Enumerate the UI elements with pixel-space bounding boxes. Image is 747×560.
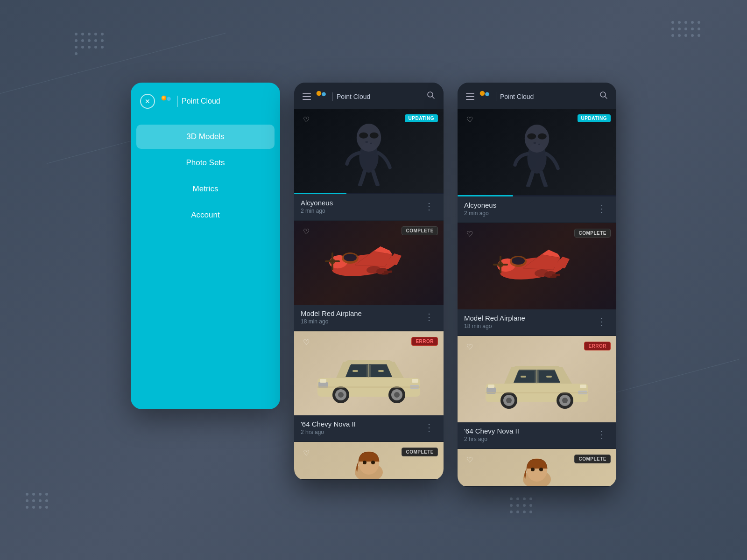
svg-rect-76 xyxy=(546,376,552,378)
heart-button-car-right[interactable]: ♡ xyxy=(463,341,476,354)
card-footer-car-center: '64 Chevy Nova II 2 hrs ago ⋮ xyxy=(294,415,444,441)
heart-button-alien-right[interactable]: ♡ xyxy=(463,113,476,126)
card-time-airplane-center: 18 min ago xyxy=(301,318,422,325)
svg-point-82 xyxy=(539,468,543,471)
bg-dots-bottom-left xyxy=(26,493,48,509)
progress-bar-alien-center xyxy=(294,193,444,194)
header-title-right: Point Cloud xyxy=(500,93,534,100)
alien-figure-center xyxy=(341,116,397,186)
svg-rect-32 xyxy=(320,379,326,383)
card-title-alien-right: Alcyoneus xyxy=(464,201,594,209)
card-image-character-right: ♡ COMPLETE xyxy=(458,449,616,486)
status-badge-alien-center: UPDATING xyxy=(405,114,438,122)
svg-point-1 xyxy=(162,95,167,100)
search-icon-center[interactable] xyxy=(427,91,435,102)
hamburger-icon-right[interactable] xyxy=(466,93,474,100)
svg-point-27 xyxy=(338,392,344,398)
svg-point-12 xyxy=(370,142,372,144)
car-figure-center xyxy=(308,341,430,406)
menu-close-button[interactable]: ✕ xyxy=(140,94,155,109)
menu-logo: Point Cloud xyxy=(161,95,220,108)
card-more-alien-right[interactable]: ⋮ xyxy=(594,201,610,216)
menu-item-account[interactable]: Account xyxy=(136,203,275,227)
status-badge-character-right: COMPLETE xyxy=(574,455,611,463)
status-badge-airplane-center: COMPLETE xyxy=(402,226,438,235)
card-footer-airplane-center: Model Red Airplane 18 min ago ⋮ xyxy=(294,305,444,330)
card-footer-alien-center: Alcyoneus 2 min ago ⋮ xyxy=(294,194,444,220)
svg-rect-73 xyxy=(580,385,586,388)
menu-item-photo-sets[interactable]: Photo Sets xyxy=(136,151,275,175)
card-more-alien-center[interactable]: ⋮ xyxy=(422,199,437,214)
card-image-alien-center: ♡ UPDATING xyxy=(294,109,444,193)
card-title-alien-center: Alcyoneus xyxy=(301,199,422,207)
menu-app-name: Point Cloud xyxy=(182,97,220,105)
search-icon-right[interactable] xyxy=(599,91,608,102)
progress-fill-alien-center xyxy=(294,193,346,194)
status-badge-car-center: ERROR xyxy=(411,337,438,346)
hamburger-icon-center[interactable] xyxy=(303,93,311,100)
svg-point-50 xyxy=(538,133,547,140)
airplane-figure-right xyxy=(472,233,602,299)
svg-point-48 xyxy=(525,125,550,153)
svg-point-30 xyxy=(394,392,400,398)
svg-point-11 xyxy=(366,141,368,143)
svg-point-49 xyxy=(527,133,536,140)
header-divider-right xyxy=(496,92,496,101)
heart-button-character-right[interactable]: ♡ xyxy=(463,454,476,467)
heart-button-car-center[interactable]: ♡ xyxy=(300,336,313,349)
menu-item-3d-models[interactable]: 3D Models xyxy=(136,125,275,149)
svg-point-4 xyxy=(322,92,326,96)
status-badge-character-center: COMPLETE xyxy=(402,448,438,456)
card-alien-right: ♡ UPDATING Alcyoneus 2 min ago ⋮ xyxy=(458,109,616,222)
card-time-alien-right: 2 min ago xyxy=(464,210,594,217)
card-more-airplane-right[interactable]: ⋮ xyxy=(594,314,610,329)
phone-header-right: Point Cloud xyxy=(458,83,616,109)
phone-screen-center: Point Cloud xyxy=(294,83,444,480)
card-info-alien-right: Alcyoneus 2 min ago xyxy=(464,201,594,217)
card-footer-airplane-right: Model Red Airplane 18 min ago ⋮ xyxy=(458,309,616,335)
svg-rect-72 xyxy=(488,385,494,388)
logo-icon-center xyxy=(316,90,329,103)
card-image-car-right: ♡ ERROR xyxy=(458,336,616,422)
card-footer-alien-right: Alcyoneus 2 min ago ⋮ xyxy=(458,196,616,222)
header-logo-center: Point Cloud xyxy=(316,90,370,103)
phone-scroll-center: ♡ UPDATING Alcyoneus 2 min ago ⋮ xyxy=(294,109,444,480)
card-image-car-center: ♡ ERROR xyxy=(294,331,444,415)
menu-item-metrics[interactable]: Metrics xyxy=(136,177,275,201)
header-divider-center xyxy=(332,92,333,101)
card-image-alien-right: ♡ UPDATING xyxy=(458,109,616,195)
heart-button-airplane-center[interactable]: ♡ xyxy=(300,225,313,238)
card-character-right: ♡ COMPLETE xyxy=(458,449,616,486)
card-airplane-right: ♡ COMPLETE Model Red Airplane 18 min ago… xyxy=(458,223,616,335)
svg-point-67 xyxy=(506,398,512,403)
progress-fill-alien-right xyxy=(458,195,513,196)
card-info-airplane-right: Model Red Airplane 18 min ago xyxy=(464,314,594,329)
card-more-car-right[interactable]: ⋮ xyxy=(594,427,610,442)
card-image-airplane-center: ♡ COMPLETE xyxy=(294,221,444,305)
card-more-airplane-center[interactable]: ⋮ xyxy=(422,309,437,324)
card-car-center: ♡ ERROR '64 Chevy Nova II 2 hrs ago ⋮ xyxy=(294,331,444,441)
card-time-airplane-right: 18 min ago xyxy=(464,323,594,329)
header-left-right: Point Cloud xyxy=(466,90,534,103)
heart-button-airplane-right[interactable]: ♡ xyxy=(463,228,476,241)
svg-point-42 xyxy=(371,461,375,464)
header-left-center: Point Cloud xyxy=(303,90,370,103)
heart-button-alien-center[interactable]: ♡ xyxy=(300,113,313,126)
card-info-airplane-center: Model Red Airplane 18 min ago xyxy=(301,309,422,325)
screens-container: ✕ Point Cloud xyxy=(131,73,616,487)
close-icon: ✕ xyxy=(145,98,150,105)
heart-button-character-center[interactable]: ♡ xyxy=(300,447,313,460)
phone-scroll-right: ♡ UPDATING Alcyoneus 2 min ago ⋮ xyxy=(458,109,616,487)
svg-rect-78 xyxy=(486,392,588,393)
card-title-airplane-right: Model Red Airplane xyxy=(464,314,594,322)
menu-header: ✕ Point Cloud xyxy=(131,83,280,118)
card-title-car-right: '64 Chevy Nova II xyxy=(464,427,594,435)
svg-point-8 xyxy=(357,123,381,151)
card-more-car-center[interactable]: ⋮ xyxy=(422,420,437,435)
svg-point-9 xyxy=(359,132,368,138)
character-figure-right xyxy=(514,449,560,486)
bg-dots-top-left xyxy=(75,33,104,55)
svg-point-56 xyxy=(512,257,525,265)
svg-point-43 xyxy=(480,91,485,96)
character-figure-center xyxy=(345,442,392,479)
